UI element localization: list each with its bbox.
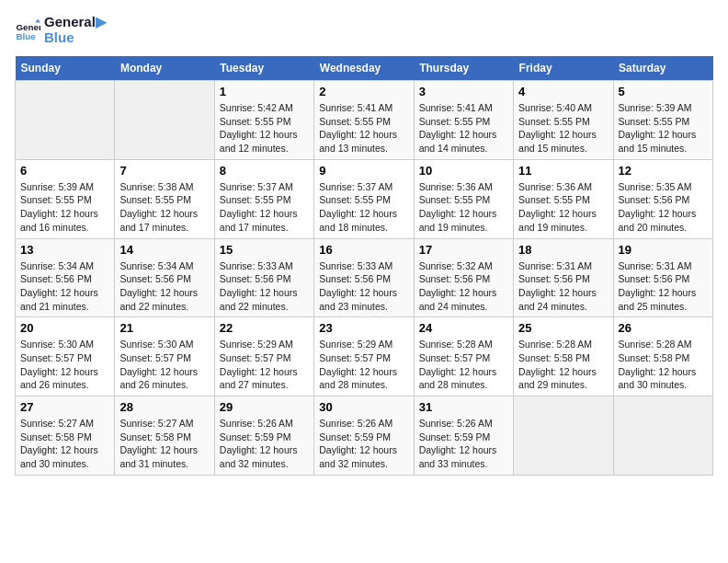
day-number: 30	[319, 400, 408, 414]
svg-marker-2	[35, 18, 40, 22]
day-info: Sunrise: 5:37 AMSunset: 5:55 PMDaylight:…	[220, 180, 309, 235]
day-info: Sunrise: 5:28 AMSunset: 5:58 PMDaylight:…	[619, 338, 708, 392]
calendar-cell	[16, 81, 115, 160]
day-info: Sunrise: 5:30 AMSunset: 5:57 PMDaylight:…	[119, 338, 209, 392]
calendar-week-row: 13Sunrise: 5:34 AMSunset: 5:56 PMDayligh…	[16, 238, 713, 317]
calendar-cell: 27Sunrise: 5:27 AMSunset: 5:58 PMDayligh…	[16, 396, 115, 476]
calendar-cell: 7Sunrise: 5:38 AMSunset: 5:55 PMDaylight…	[115, 159, 214, 238]
calendar-week-row: 1Sunrise: 5:42 AMSunset: 5:55 PMDaylight…	[16, 81, 713, 160]
day-info: Sunrise: 5:39 AMSunset: 5:55 PMDaylight:…	[20, 180, 109, 235]
calendar-cell: 5Sunrise: 5:39 AMSunset: 5:55 PMDaylight…	[613, 81, 712, 160]
day-number: 6	[20, 164, 109, 178]
day-number: 3	[419, 85, 508, 98]
day-info: Sunrise: 5:36 AMSunset: 5:55 PMDaylight:…	[419, 180, 508, 235]
day-info: Sunrise: 5:38 AMSunset: 5:55 PMDaylight:…	[119, 180, 209, 235]
calendar-cell: 19Sunrise: 5:31 AMSunset: 5:56 PMDayligh…	[613, 238, 712, 317]
calendar-cell: 16Sunrise: 5:33 AMSunset: 5:56 PMDayligh…	[314, 238, 414, 317]
day-number: 21	[119, 321, 209, 335]
day-info: Sunrise: 5:33 AMSunset: 5:56 PMDaylight:…	[319, 259, 408, 314]
day-info: Sunrise: 5:27 AMSunset: 5:58 PMDaylight:…	[20, 417, 109, 471]
day-number: 20	[20, 321, 109, 335]
calendar-cell: 31Sunrise: 5:26 AMSunset: 5:59 PMDayligh…	[414, 396, 513, 476]
day-info: Sunrise: 5:35 AMSunset: 5:56 PMDaylight:…	[619, 180, 708, 235]
calendar-cell: 2Sunrise: 5:41 AMSunset: 5:55 PMDaylight…	[314, 81, 414, 160]
calendar-cell: 30Sunrise: 5:26 AMSunset: 5:59 PMDayligh…	[314, 396, 414, 476]
day-info: Sunrise: 5:26 AMSunset: 5:59 PMDaylight:…	[319, 417, 408, 471]
day-info: Sunrise: 5:28 AMSunset: 5:57 PMDaylight:…	[419, 338, 508, 392]
day-number: 17	[419, 243, 508, 257]
calendar-cell: 20Sunrise: 5:30 AMSunset: 5:57 PMDayligh…	[16, 317, 115, 396]
calendar-cell: 9Sunrise: 5:37 AMSunset: 5:55 PMDaylight…	[314, 159, 414, 238]
calendar-cell: 12Sunrise: 5:35 AMSunset: 5:56 PMDayligh…	[613, 159, 712, 238]
day-info: Sunrise: 5:30 AMSunset: 5:57 PMDaylight:…	[20, 338, 109, 392]
day-number: 25	[518, 321, 608, 335]
calendar-cell: 24Sunrise: 5:28 AMSunset: 5:57 PMDayligh…	[414, 317, 513, 396]
calendar-cell: 15Sunrise: 5:33 AMSunset: 5:56 PMDayligh…	[214, 238, 313, 317]
day-header-sunday: Sunday	[16, 56, 115, 81]
logo-blue: Blue	[44, 30, 107, 46]
day-info: Sunrise: 5:29 AMSunset: 5:57 PMDaylight:…	[220, 338, 309, 392]
day-number: 14	[119, 243, 209, 257]
day-info: Sunrise: 5:32 AMSunset: 5:56 PMDaylight:…	[419, 259, 508, 314]
calendar-cell	[613, 396, 712, 476]
day-header-thursday: Thursday	[414, 56, 513, 81]
day-info: Sunrise: 5:31 AMSunset: 5:56 PMDaylight:…	[619, 259, 708, 314]
calendar-cell: 11Sunrise: 5:36 AMSunset: 5:55 PMDayligh…	[514, 159, 613, 238]
day-number: 2	[319, 85, 408, 98]
day-info: Sunrise: 5:33 AMSunset: 5:56 PMDaylight:…	[220, 259, 309, 314]
day-number: 7	[119, 164, 209, 178]
day-info: Sunrise: 5:37 AMSunset: 5:55 PMDaylight:…	[319, 180, 408, 235]
calendar-cell: 21Sunrise: 5:30 AMSunset: 5:57 PMDayligh…	[115, 317, 214, 396]
day-number: 29	[220, 400, 309, 414]
day-number: 10	[419, 164, 508, 178]
day-number: 5	[619, 85, 708, 98]
day-number: 19	[619, 243, 708, 257]
calendar-cell: 6Sunrise: 5:39 AMSunset: 5:55 PMDaylight…	[16, 159, 115, 238]
day-number: 18	[518, 243, 608, 257]
day-header-tuesday: Tuesday	[214, 56, 313, 81]
day-info: Sunrise: 5:40 AMSunset: 5:55 PMDaylight:…	[518, 101, 608, 155]
day-number: 12	[619, 164, 708, 178]
day-info: Sunrise: 5:28 AMSunset: 5:58 PMDaylight:…	[518, 338, 608, 392]
calendar-week-row: 27Sunrise: 5:27 AMSunset: 5:58 PMDayligh…	[16, 396, 713, 476]
day-number: 27	[20, 400, 109, 414]
logo-text: General▶	[44, 15, 107, 30]
calendar-header-row: SundayMondayTuesdayWednesdayThursdayFrid…	[16, 56, 713, 81]
day-header-monday: Monday	[115, 56, 214, 81]
calendar-body: 1Sunrise: 5:42 AMSunset: 5:55 PMDaylight…	[16, 81, 713, 476]
day-info: Sunrise: 5:31 AMSunset: 5:56 PMDaylight:…	[518, 259, 608, 314]
day-number: 1	[220, 85, 309, 98]
calendar-cell: 18Sunrise: 5:31 AMSunset: 5:56 PMDayligh…	[514, 238, 613, 317]
day-number: 13	[20, 243, 109, 257]
day-info: Sunrise: 5:26 AMSunset: 5:59 PMDaylight:…	[220, 417, 309, 471]
day-number: 15	[220, 243, 309, 257]
day-header-friday: Friday	[514, 56, 613, 81]
calendar-cell: 23Sunrise: 5:29 AMSunset: 5:57 PMDayligh…	[314, 317, 414, 396]
day-number: 22	[220, 321, 309, 335]
day-info: Sunrise: 5:27 AMSunset: 5:58 PMDaylight:…	[119, 417, 209, 471]
calendar-table: SundayMondayTuesdayWednesdayThursdayFrid…	[15, 56, 713, 476]
day-info: Sunrise: 5:36 AMSunset: 5:55 PMDaylight:…	[518, 180, 608, 235]
calendar-cell: 1Sunrise: 5:42 AMSunset: 5:55 PMDaylight…	[214, 81, 313, 160]
day-number: 4	[518, 85, 608, 98]
day-info: Sunrise: 5:39 AMSunset: 5:55 PMDaylight:…	[619, 101, 708, 155]
day-info: Sunrise: 5:41 AMSunset: 5:55 PMDaylight:…	[319, 101, 408, 155]
page-header: General Blue General▶ Blue	[15, 15, 713, 45]
calendar-cell: 13Sunrise: 5:34 AMSunset: 5:56 PMDayligh…	[16, 238, 115, 317]
calendar-cell: 29Sunrise: 5:26 AMSunset: 5:59 PMDayligh…	[214, 396, 313, 476]
calendar-cell	[514, 396, 613, 476]
svg-text:Blue: Blue	[16, 30, 36, 40]
logo-icon: General Blue	[15, 17, 40, 43]
day-number: 28	[119, 400, 209, 414]
calendar-week-row: 6Sunrise: 5:39 AMSunset: 5:55 PMDaylight…	[16, 159, 713, 238]
calendar-cell: 3Sunrise: 5:41 AMSunset: 5:55 PMDaylight…	[414, 81, 513, 160]
calendar-cell: 28Sunrise: 5:27 AMSunset: 5:58 PMDayligh…	[115, 396, 214, 476]
calendar-cell: 10Sunrise: 5:36 AMSunset: 5:55 PMDayligh…	[414, 159, 513, 238]
day-info: Sunrise: 5:34 AMSunset: 5:56 PMDaylight:…	[20, 259, 109, 314]
day-info: Sunrise: 5:26 AMSunset: 5:59 PMDaylight:…	[419, 417, 508, 471]
calendar-cell	[115, 81, 214, 160]
day-number: 9	[319, 164, 408, 178]
calendar-cell: 4Sunrise: 5:40 AMSunset: 5:55 PMDaylight…	[514, 81, 613, 160]
calendar-cell: 22Sunrise: 5:29 AMSunset: 5:57 PMDayligh…	[214, 317, 313, 396]
calendar-cell: 14Sunrise: 5:34 AMSunset: 5:56 PMDayligh…	[115, 238, 214, 317]
